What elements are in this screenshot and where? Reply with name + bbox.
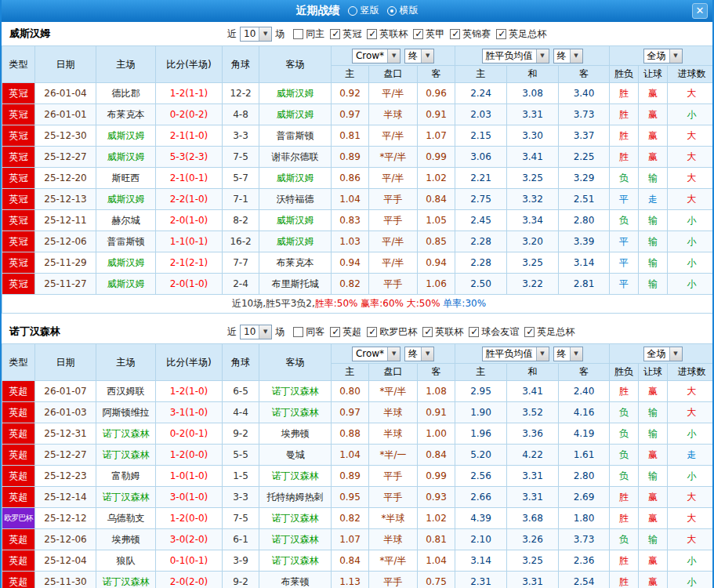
final-mean-select[interactable]: 终: [553, 347, 583, 361]
final-odds-select[interactable]: 终: [404, 347, 434, 361]
scope-select[interactable]: 全场: [643, 347, 683, 361]
filter-checkbox[interactable]: 同主: [293, 27, 324, 41]
close-button[interactable]: ✕: [692, 3, 708, 19]
euro-away-odds: 2.69: [559, 487, 610, 508]
match-date: 25-12-27: [35, 147, 96, 168]
result-goals: 大: [668, 147, 714, 168]
away-team: 布里斯托城: [259, 274, 332, 295]
result-goals: 小: [668, 274, 714, 295]
corners: 8-2: [223, 210, 259, 231]
checkbox-icon[interactable]: [330, 29, 340, 39]
euro-home-odds: 2.66: [455, 487, 507, 508]
result-wdl: 负: [610, 466, 639, 487]
water-home: 0.82: [332, 508, 369, 529]
home-team: 斯旺西: [96, 168, 156, 189]
odds-company-select[interactable]: Crow*: [352, 49, 400, 64]
home-team: 布莱克本: [96, 104, 156, 125]
handicap: 平手: [369, 210, 418, 231]
league-badge: 英冠: [2, 168, 35, 189]
col-type: 类型: [2, 344, 35, 381]
filter-checkbox[interactable]: 英甲: [413, 27, 444, 41]
handicap: 平手: [369, 572, 418, 588]
checkbox-icon[interactable]: [293, 29, 303, 39]
checkbox-icon[interactable]: [330, 327, 340, 337]
checkbox-icon[interactable]: [524, 327, 535, 337]
layout-radio[interactable]: 横版: [387, 4, 419, 17]
filter-checkbox[interactable]: 球会友谊: [469, 325, 519, 339]
odds-company-select[interactable]: Crow*: [352, 347, 400, 361]
euro-draw-odds: 3.68: [507, 508, 559, 529]
filter-checkbox[interactable]: 英冠: [330, 27, 361, 41]
result-goals: 走: [668, 445, 714, 466]
match-date: 25-12-06: [35, 231, 96, 252]
euro-away-odds: 2.40: [559, 381, 610, 402]
filter-checkbox[interactable]: 欧罗巴杯: [367, 325, 417, 339]
match-row: 英冠 25-12-20 斯旺西 2-1(0-1) 5-7 威斯汉姆 0.86 平…: [2, 168, 714, 189]
result-goals: 小: [668, 104, 714, 125]
final-odds-select[interactable]: 终: [404, 49, 434, 64]
checkbox-label: 英足总杯: [537, 325, 574, 339]
filter-checkbox[interactable]: 英超: [330, 325, 361, 339]
checkbox-icon[interactable]: [469, 327, 479, 337]
score: 1-2(1-0): [156, 381, 223, 402]
filter-checkbox[interactable]: 同客: [293, 325, 324, 339]
match-count-select[interactable]: 10: [240, 325, 272, 339]
euro-home-odds: 3.06: [455, 147, 507, 168]
radio-icon[interactable]: [387, 6, 397, 16]
league-badge: 英冠: [2, 125, 35, 147]
result-handicap: 输: [639, 210, 668, 231]
match-row: 英冠 25-11-29 威斯汉姆 2-1(2-1) 7-7 布莱克本 0.94 …: [2, 252, 714, 274]
radio-icon[interactable]: [348, 6, 357, 16]
chevron-down-icon: [570, 347, 582, 361]
match-count-select[interactable]: 10: [240, 27, 272, 42]
result-wdl: 平: [610, 252, 639, 274]
checkbox-icon[interactable]: [422, 327, 433, 337]
match-count-value: 10: [241, 326, 259, 337]
checkbox-icon[interactable]: [293, 327, 303, 337]
mean-odds-select[interactable]: 胜平负均值: [482, 347, 549, 361]
result-handicap: 赢: [639, 147, 668, 168]
chevron-down-icon: [259, 325, 271, 339]
checkbox-icon[interactable]: [367, 29, 377, 39]
score: 1-1(0-1): [156, 231, 223, 252]
league-badge: 英冠: [2, 231, 35, 252]
filter-checkbox[interactable]: 英足总杯: [524, 325, 574, 339]
result-handicap: 赢: [639, 381, 668, 402]
result-wdl: 平: [610, 231, 639, 252]
team-name: 威斯汉姆: [2, 27, 227, 41]
water-away: 1.06: [418, 274, 455, 295]
checkbox-icon[interactable]: [413, 29, 423, 39]
euro-home-odds: 2.28: [455, 231, 507, 252]
layout-radio[interactable]: 竖版: [348, 4, 379, 17]
water-home: 1.13: [332, 572, 369, 588]
checkbox-icon[interactable]: [450, 29, 460, 39]
match-row: 英超 25-12-27 诺丁汉森林 1-2(0-0) 5-5 曼城 1.04 *…: [2, 445, 714, 466]
league-filter-group: 同主 英冠 英联杯 英甲 英锦赛 英足总杯: [288, 27, 546, 41]
handicap: 平/半: [369, 83, 418, 104]
unit-label: 场: [275, 27, 285, 41]
filter-checkbox[interactable]: 英足总杯: [496, 27, 546, 41]
scope-select[interactable]: 全场: [643, 49, 683, 64]
filter-checkbox[interactable]: 英锦赛: [450, 27, 491, 41]
water-home: 0.92: [332, 83, 369, 104]
euro-home-odds: 2.50: [455, 274, 507, 295]
mean-odds-select[interactable]: 胜平负均值: [482, 49, 549, 64]
corners: 9-2: [223, 423, 259, 445]
result-handicap: 赢: [639, 83, 668, 104]
result-goals: 小: [668, 466, 714, 487]
checkbox-icon[interactable]: [496, 29, 506, 39]
euro-home-odds: 2.45: [455, 210, 507, 231]
home-team: 诺丁汉森林: [96, 487, 156, 508]
checkbox-icon[interactable]: [367, 327, 377, 337]
filter-checkbox[interactable]: 英联杯: [367, 27, 408, 41]
final-mean-select[interactable]: 终: [553, 49, 583, 64]
euro-home-odds: 2.03: [455, 104, 507, 125]
filter-checkbox[interactable]: 英联杯: [422, 325, 463, 339]
euro-away-odds: 3.73: [559, 104, 610, 125]
handicap: *半/一: [369, 445, 418, 466]
result-handicap: 输: [639, 466, 668, 487]
euro-draw-odds: 4.22: [507, 445, 559, 466]
result-goals: 小: [668, 550, 714, 572]
match-row: 英冠 25-11-27 威斯汉姆 2-0(1-0) 2-4 布里斯托城 0.82…: [2, 274, 714, 295]
euro-away-odds: 3.37: [559, 125, 610, 147]
